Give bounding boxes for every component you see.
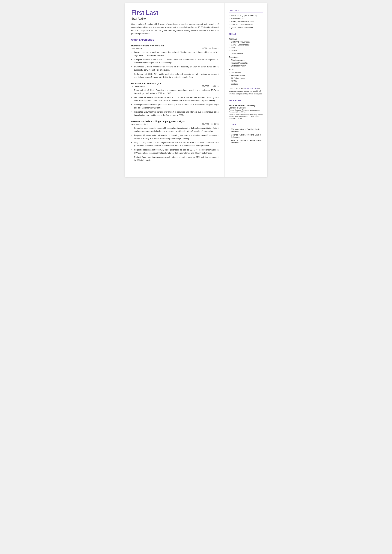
job-title-row-3: Junior Accountant 08/2012 – 01/2015 bbox=[131, 123, 219, 125]
other-item-3: American Institute of Certified Public A… bbox=[229, 139, 263, 144]
job-block-1: Resume Worded, New York, NY Staff Audito… bbox=[131, 44, 219, 79]
skill-myob: MYOB bbox=[229, 80, 263, 82]
skill-essbase: Essbase bbox=[229, 83, 263, 85]
job-company-3: Resume Worded's Exciting Company, New Yo… bbox=[131, 120, 186, 123]
skill-excel: Advanced Excel bbox=[229, 74, 263, 77]
bullet-3-1: Supported supervisors to work on 29 acco… bbox=[131, 126, 219, 133]
contact-section-title: CONTACT bbox=[229, 9, 263, 13]
job-title-row-2: Tax Accountant 05/2017 – 10/2019 bbox=[131, 85, 219, 87]
bullet-2-3: Developed cross-unit audit processes res… bbox=[131, 103, 219, 109]
education-section: EDUCATION Resume Worded University Bache… bbox=[229, 99, 263, 119]
tools-label: Tools: bbox=[229, 69, 263, 71]
contact-location: Honolulu, HI (Open to Remote) bbox=[229, 14, 263, 17]
job-header-1: Resume Worded, New York, NY bbox=[131, 44, 219, 47]
technical-skills-list: US GAAP (Advanced) GAAS (Experienced) IF… bbox=[229, 41, 263, 55]
skill-usgaap: US GAAP (Advanced) bbox=[229, 41, 263, 43]
summary-text: Charismatic staff auditor with 8 years o… bbox=[131, 23, 219, 35]
skills-note: Don't forget to use Resume Worded to sca… bbox=[229, 87, 263, 95]
job-title-2: Tax Accountant bbox=[131, 85, 145, 87]
contact-phone: +1-121-987-342 bbox=[229, 17, 263, 20]
bullet-1-2: Compiled financial statements for 12 maj… bbox=[131, 58, 219, 64]
contact-section: CONTACT Honolulu, HI (Open to Remote) +1… bbox=[229, 9, 263, 28]
bullet-3-4: Negotiated rates and successfully made p… bbox=[131, 148, 219, 154]
bullet-3-2: Prepared 49 worksheets that revealed out… bbox=[131, 134, 219, 140]
tools-skills-list: QuickBooks Advanced Excel PPC- Practise … bbox=[229, 71, 263, 85]
skills-note-before: Don't forget to use bbox=[229, 87, 244, 89]
skill-business: Business Strategy bbox=[229, 65, 263, 67]
edu-school: Resume Worded University bbox=[229, 104, 263, 107]
techniques-label: Techniques: bbox=[229, 56, 263, 58]
bullet-1-4: Performed 16 SOX 404 audits and also enf… bbox=[131, 72, 219, 79]
bullet-2-4: Prevented Growthsi from paying over $825… bbox=[131, 110, 219, 117]
skill-ppc: PPC- Practise Aid bbox=[229, 77, 263, 79]
other-section-title: OTHER bbox=[229, 123, 263, 126]
techniques-skills-list: Risk Assessment Financial Accounting Bus… bbox=[229, 59, 263, 67]
resume-worded-link[interactable]: Resume Worded bbox=[244, 87, 258, 89]
job-header-3: Resume Worded's Exciting Company, New Yo… bbox=[131, 120, 219, 123]
bullet-3-3: Played a major role in a due diligence e… bbox=[131, 141, 219, 147]
job-dates-3: 08/2012 – 01/2015 bbox=[202, 123, 218, 125]
edu-block: Resume Worded University Bachelor of Sci… bbox=[229, 104, 263, 119]
job-block-2: Growthsi, San Francisco, CA Tax Accounta… bbox=[131, 82, 219, 117]
edu-field: Accounting and Business Management bbox=[229, 109, 263, 111]
job-bullets-1: Inspired changes in audit procedures tha… bbox=[131, 51, 219, 79]
skills-section: SKILLS Technical: US GAAP (Advanced) GAA… bbox=[229, 33, 263, 95]
bullet-3-5: Refined RW's reporting processes which r… bbox=[131, 155, 219, 162]
job-title-1: Staff Auditor bbox=[131, 47, 143, 49]
job-company-2: Growthsi, San Francisco, CA bbox=[131, 82, 162, 85]
sidebar-column: CONTACT Honolulu, HI (Open to Remote) +1… bbox=[224, 3, 267, 177]
skill-quickbooks: QuickBooks bbox=[229, 71, 263, 74]
other-list: RW Association of Certified Public Accou… bbox=[229, 128, 263, 144]
contact-github: github.com/resumeworded bbox=[229, 26, 263, 28]
bullet-2-1: Re-organized UC Claim Reporting and resp… bbox=[131, 89, 219, 95]
skills-section-title: SKILLS bbox=[229, 33, 263, 36]
technical-label: Technical: bbox=[229, 38, 263, 40]
job-bullets-3: Supported supervisors to work on 29 acco… bbox=[131, 126, 219, 162]
skill-risk: Risk Assessment bbox=[229, 59, 263, 61]
skill-gaas: GAAS (Experienced) bbox=[229, 44, 263, 46]
other-item-2: Certified Public Accountant, State of De… bbox=[229, 134, 263, 138]
job-header-2: Growthsi, San Francisco, CA bbox=[131, 82, 219, 85]
skill-coso: COSO bbox=[229, 49, 263, 52]
resume-container: First Last Staff Auditor Charismatic sta… bbox=[125, 3, 267, 177]
job-dates-1: 07/2019 – Present bbox=[202, 47, 218, 49]
skill-financial-accounting: Financial Accounting bbox=[229, 62, 263, 64]
header-section: First Last Staff Auditor bbox=[131, 9, 219, 20]
bullet-2-2: Introduced cross-unit processes for veri… bbox=[131, 96, 219, 102]
job-block-3: Resume Worded's Exciting Company, New Yo… bbox=[131, 120, 219, 162]
other-item-1: RW Association of Certified Public Accou… bbox=[229, 128, 263, 133]
job-title-row-1: Staff Auditor 07/2019 – Present bbox=[131, 47, 219, 49]
contact-email: email@resumeworded.com bbox=[229, 20, 263, 23]
skill-sap: SAP Products bbox=[229, 52, 263, 55]
candidate-title: Staff Auditor bbox=[131, 17, 219, 20]
education-section-title: EDUCATION bbox=[229, 99, 263, 102]
bullet-1-3: Supervised 2 fraud investigations result… bbox=[131, 65, 219, 71]
job-bullets-2: Re-organized UC Claim Reporting and resp… bbox=[131, 89, 219, 117]
candidate-name: First Last bbox=[131, 9, 219, 16]
edu-awards: Awards: Resume Worded Teaching Fellow (o… bbox=[229, 113, 263, 119]
other-section: OTHER RW Association of Certified Public… bbox=[229, 123, 263, 144]
job-dates-2: 05/2017 – 10/2019 bbox=[202, 85, 218, 87]
job-title-3: Junior Accountant bbox=[131, 123, 148, 125]
bullet-1-1: Inspired changes in audit procedures tha… bbox=[131, 51, 219, 57]
edu-degree: Bachelor of Science bbox=[229, 107, 263, 109]
main-column: First Last Staff Auditor Charismatic sta… bbox=[125, 3, 224, 177]
job-company-1: Resume Worded, New York, NY bbox=[131, 44, 164, 47]
work-experience-section-title: WORK EXPERIENCE bbox=[131, 39, 219, 42]
skill-ifrs: IFRS bbox=[229, 47, 263, 49]
contact-linkedin: linkedin.com/in/username bbox=[229, 23, 263, 26]
contact-list: Honolulu, HI (Open to Remote) +1-121-987… bbox=[229, 14, 263, 28]
edu-location-date: Boston, MA — 05/2011 bbox=[229, 111, 263, 113]
